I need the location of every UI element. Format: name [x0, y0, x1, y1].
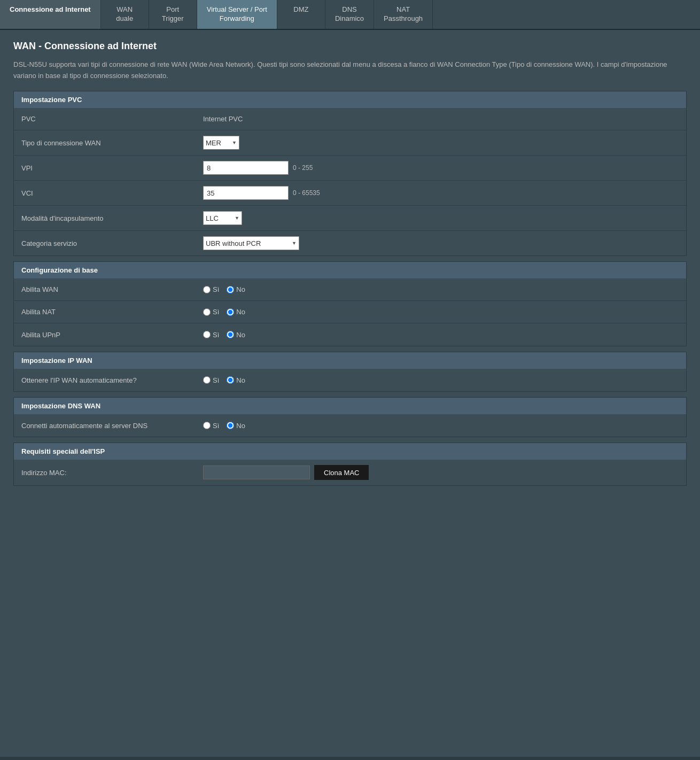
section-pvc-header: Impostazione PVC [14, 91, 686, 108]
radio-upnp-si[interactable]: Sì [203, 331, 219, 339]
radio-nat-no-label: No [236, 308, 245, 316]
radio-auto-ip-si[interactable]: Sì [203, 376, 219, 384]
section-isp-body: Indirizzo MAC: Clona MAC [14, 460, 686, 485]
section-dns-wan-header: Impostazione DNS WAN [14, 398, 686, 414]
tab-dmz[interactable]: DMZ [277, 0, 325, 29]
radio-upnp-no-input[interactable] [227, 331, 234, 338]
value-abilita-upnp: Sì No [203, 331, 679, 339]
row-wan-type: Tipo di connessione WAN MER PPPoE PPPoA … [14, 130, 686, 156]
radio-nat-si-input[interactable] [203, 308, 211, 316]
radio-wan-si-input[interactable] [203, 286, 211, 293]
row-vci: VCI 0 - 65535 [14, 181, 686, 206]
radio-wan-no-label: No [236, 285, 245, 293]
value-vpi: 0 - 255 [203, 161, 679, 175]
section-isp-header: Requisiti speciali dell'ISP [14, 443, 686, 460]
row-mac: Indirizzo MAC: Clona MAC [14, 460, 686, 485]
vpi-input[interactable] [203, 161, 289, 175]
radio-auto-dns-no[interactable]: No [227, 422, 245, 430]
radio-upnp-si-input[interactable] [203, 331, 211, 338]
label-service-cat: Categoria servizio [21, 239, 203, 247]
section-pvc-body: PVC Internet PVC Tipo di connessione WAN… [14, 108, 686, 255]
radio-auto-ip: Sì No [203, 376, 245, 384]
tab-connessione[interactable]: Connessione ad Internet [0, 0, 101, 29]
radio-auto-dns-si-input[interactable] [203, 422, 211, 429]
tab-virtual-server[interactable]: Virtual Server / PortForwarding [197, 0, 277, 29]
tab-wan-duale[interactable]: WANduale [101, 0, 149, 29]
vpi-range: 0 - 255 [293, 164, 313, 172]
label-auto-dns: Connetti automaticamente al server DNS [21, 422, 203, 430]
section-base-config-body: Abilita WAN Sì No Abilita N [14, 278, 686, 346]
value-mac: Clona MAC [203, 465, 679, 480]
radio-auto-dns-si-label: Sì [213, 422, 219, 430]
radio-auto-ip-si-input[interactable] [203, 376, 211, 384]
vci-input[interactable] [203, 186, 289, 200]
section-dns-wan: Impostazione DNS WAN Connetti automatica… [13, 397, 687, 437]
radio-abilita-nat: Sì No [203, 308, 245, 316]
radio-auto-ip-no-input[interactable] [227, 376, 234, 384]
service-cat-wrapper: UBR without PCR UBR with PCR CBR Non Rea… [203, 236, 299, 250]
mac-input[interactable] [203, 466, 310, 479]
radio-auto-dns: Sì No [203, 422, 245, 430]
label-abilita-upnp: Abilita UPnP [21, 331, 203, 339]
page-title: WAN - Connessione ad Internet [13, 41, 687, 52]
radio-nat-si[interactable]: Sì [203, 308, 219, 316]
row-encap: Modalità d'incapsulamento LLC VC-Mux [14, 206, 686, 231]
radio-auto-dns-no-input[interactable] [227, 422, 234, 429]
row-pvc: PVC Internet PVC [14, 108, 686, 130]
radio-wan-no[interactable]: No [227, 285, 245, 293]
service-cat-select[interactable]: UBR without PCR UBR with PCR CBR Non Rea… [203, 236, 299, 250]
label-auto-ip: Ottenere l'IP WAN automaticamente? [21, 376, 203, 384]
label-abilita-nat: Abilita NAT [21, 308, 203, 316]
radio-nat-si-label: Sì [213, 308, 219, 316]
row-vpi: VPI 0 - 255 [14, 156, 686, 181]
value-encap: LLC VC-Mux [203, 211, 679, 225]
value-wan-type: MER PPPoE PPPoA IPoA [203, 136, 679, 150]
encap-wrapper: LLC VC-Mux [203, 211, 242, 225]
radio-wan-si[interactable]: Sì [203, 285, 219, 293]
clone-mac-button[interactable]: Clona MAC [314, 465, 369, 480]
section-ip-wan-body: Ottenere l'IP WAN automaticamente? Sì No [14, 369, 686, 391]
row-abilita-nat: Abilita NAT Sì No [14, 301, 686, 323]
tab-dns-dinamico[interactable]: DNSDinamico [325, 0, 374, 29]
radio-upnp-no[interactable]: No [227, 331, 245, 339]
row-abilita-wan: Abilita WAN Sì No [14, 278, 686, 301]
value-abilita-wan: Sì No [203, 285, 679, 293]
radio-nat-no-input[interactable] [227, 308, 234, 316]
label-encap: Modalità d'incapsulamento [21, 214, 203, 222]
radio-auto-ip-no[interactable]: No [227, 376, 245, 384]
tabs-bar: Connessione ad Internet WANduale PortTri… [0, 0, 700, 30]
radio-abilita-wan: Sì No [203, 285, 245, 293]
wan-type-select[interactable]: MER PPPoE PPPoA IPoA [203, 136, 239, 150]
section-base-config: Configurazione di base Abilita WAN Sì No [13, 261, 687, 346]
row-auto-ip: Ottenere l'IP WAN automaticamente? Sì No [14, 369, 686, 391]
section-pvc: Impostazione PVC PVC Internet PVC Tipo d… [13, 91, 687, 256]
label-vci: VCI [21, 189, 203, 197]
section-isp: Requisiti speciali dell'ISP Indirizzo MA… [13, 443, 687, 486]
label-mac: Indirizzo MAC: [21, 469, 203, 477]
radio-abilita-upnp: Sì No [203, 331, 245, 339]
radio-auto-dns-si[interactable]: Sì [203, 422, 219, 430]
pvc-value-text: Internet PVC [203, 115, 243, 123]
radio-auto-ip-si-label: Sì [213, 376, 219, 384]
encap-select[interactable]: LLC VC-Mux [203, 211, 242, 225]
label-abilita-wan: Abilita WAN [21, 285, 203, 293]
radio-nat-no[interactable]: No [227, 308, 245, 316]
label-vpi: VPI [21, 164, 203, 172]
main-content: WAN - Connessione ad Internet DSL-N55U s… [0, 30, 700, 757]
row-auto-dns: Connetti automaticamente al server DNS S… [14, 414, 686, 437]
tab-port-trigger[interactable]: PortTrigger [149, 0, 197, 29]
vci-range: 0 - 65535 [293, 189, 320, 197]
section-dns-wan-body: Connetti automaticamente al server DNS S… [14, 414, 686, 437]
value-abilita-nat: Sì No [203, 308, 679, 316]
radio-wan-si-label: Sì [213, 285, 219, 293]
page-description: DSL-N55U supporta vari tipi di connessio… [13, 59, 687, 82]
label-wan-type: Tipo di connessione WAN [21, 139, 203, 147]
row-abilita-upnp: Abilita UPnP Sì No [14, 323, 686, 346]
tab-nat-passthrough[interactable]: NATPassthrough [374, 0, 433, 29]
label-pvc: PVC [21, 115, 203, 123]
value-vci: 0 - 65535 [203, 186, 679, 200]
row-service-cat: Categoria servizio UBR without PCR UBR w… [14, 231, 686, 255]
section-ip-wan-header: Impostazione IP WAN [14, 352, 686, 369]
radio-auto-dns-no-label: No [236, 422, 245, 430]
radio-wan-no-input[interactable] [227, 286, 234, 293]
